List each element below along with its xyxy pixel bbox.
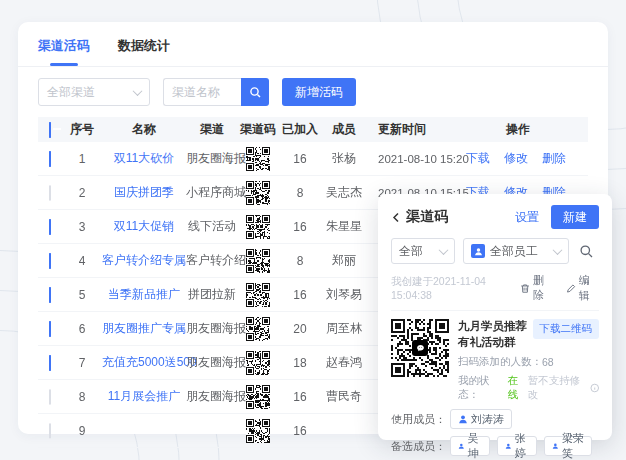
qr-code-thumbnail — [246, 385, 270, 409]
select-all-checkbox[interactable] — [49, 122, 51, 138]
backup-member-chip[interactable]: 吴坤 — [450, 436, 490, 456]
row-joined: 16 — [278, 152, 322, 166]
row-checkbox[interactable] — [49, 287, 51, 303]
row-channel: 客户转介绍 — [186, 252, 238, 269]
col-qr: 渠道码 — [238, 121, 278, 138]
row-member: 吴志杰 — [322, 184, 366, 201]
table-row: 1 双11大砍价 朋友圈海报 16 张杨 2021-08-10 15:20 下载… — [38, 142, 588, 176]
tab-data-statistics[interactable]: 数据统计 — [118, 37, 170, 66]
person-icon — [458, 414, 468, 424]
row-joined: 8 — [278, 186, 322, 200]
qr-code-thumbnail — [246, 351, 270, 375]
back-chevron-icon[interactable] — [391, 212, 401, 223]
row-name-link[interactable]: 朋友圈推广专属 — [102, 321, 186, 335]
row-checkbox[interactable] — [49, 219, 51, 235]
no-modify-note: 暂不支持修改 — [528, 374, 588, 402]
delete-button[interactable]: 删除 — [520, 273, 553, 303]
row-checkbox[interactable] — [49, 185, 51, 201]
col-channel: 渠道 — [186, 121, 238, 138]
row-name-link[interactable]: 国庆拼团季 — [114, 185, 174, 199]
tab-channel-live-code[interactable]: 渠道活码 — [38, 37, 90, 66]
chevron-down-icon — [553, 245, 563, 255]
row-joined: 16 — [278, 220, 322, 234]
trash-icon — [520, 283, 530, 294]
qr-info: 九月学员推荐有礼活动群 下载二维码 扫码添加的人数： 68 我的状态： 在线 暂… — [458, 319, 599, 402]
row-name-link[interactable]: 充值充5000送500 — [102, 355, 197, 369]
panel-all-select[interactable]: 全部 — [391, 238, 455, 264]
row-channel: 线下活动 — [186, 218, 238, 235]
row-joined: 18 — [278, 356, 322, 370]
row-index: 9 — [62, 424, 102, 438]
row-actions: 下载 修改 删除 — [466, 150, 588, 167]
person-icon — [458, 441, 465, 451]
row-name-link[interactable]: 客户转介绍专属 — [102, 253, 186, 267]
qr-code-thumbnail — [246, 419, 270, 443]
person-icon — [471, 244, 485, 258]
qr-title: 九月学员推荐有礼活动群 — [458, 319, 533, 350]
person-icon — [505, 441, 512, 451]
row-index: 7 — [62, 356, 102, 370]
row-channel: 拼团拉新 — [186, 286, 238, 303]
add-live-code-button[interactable]: 新增活码 — [282, 78, 356, 106]
row-index: 8 — [62, 390, 102, 404]
download-qr-button[interactable]: 下载二维码 — [533, 319, 600, 339]
panel-search-icon[interactable] — [579, 244, 594, 259]
info-icon — [590, 383, 599, 393]
channel-select[interactable]: 全部渠道 — [38, 78, 150, 106]
delete-link[interactable]: 删除 — [542, 150, 566, 167]
row-member: 曹民奇 — [322, 388, 366, 405]
created-text: 我创建于2021-11-04 15:04:38 — [391, 275, 520, 301]
row-channel: 朋友圈海报 — [186, 354, 238, 371]
row-name-link[interactable]: 当季新品推广 — [108, 287, 180, 301]
row-joined: 16 — [278, 424, 322, 438]
row-index: 6 — [62, 322, 102, 336]
qr-code-thumbnail — [246, 249, 270, 273]
search-button[interactable] — [241, 78, 269, 106]
backup-member-chip[interactable]: 张婷 — [497, 436, 537, 456]
qr-code-thumbnail — [246, 317, 270, 341]
row-joined: 16 — [278, 288, 322, 302]
row-updated: 2021-08-10 15:20 — [366, 153, 466, 165]
channel-code-panel: 渠道码 设置 新建 全部 全部员工 — [378, 194, 612, 440]
row-checkbox[interactable] — [49, 389, 51, 405]
row-index: 2 — [62, 186, 102, 200]
new-button[interactable]: 新建 — [551, 205, 599, 229]
col-index: 序号 — [62, 121, 102, 138]
row-name-link[interactable]: 11月展会推广 — [108, 389, 180, 403]
col-updated: 更新时间 — [366, 121, 466, 138]
tab-bar: 渠道活码 数据统计 — [18, 22, 608, 67]
backup-member-chip[interactable]: 梁荣笑 — [544, 436, 592, 456]
row-name-link[interactable]: 双11大砍价 — [114, 151, 174, 165]
panel-all-select-value: 全部 — [399, 243, 423, 260]
row-joined: 20 — [278, 322, 322, 336]
qr-detail-block: 九月学员推荐有礼活动群 下载二维码 扫码添加的人数： 68 我的状态： 在线 暂… — [391, 319, 599, 402]
row-checkbox[interactable] — [49, 253, 51, 269]
member-row: 使用成员： 刘涛涛 — [391, 409, 599, 429]
page: 渠道活码 数据统计 全部渠道 新增活码 序号 名称 渠道 渠道码 — [0, 0, 626, 460]
row-index: 3 — [62, 220, 102, 234]
row-joined: 8 — [278, 254, 322, 268]
member-chip[interactable]: 刘涛涛 — [450, 409, 512, 429]
panel-filter-bar: 全部 全部员工 — [391, 238, 599, 264]
edit-button[interactable]: 编辑 — [566, 273, 599, 303]
scan-count: 68 — [542, 356, 554, 368]
row-channel: 朋友圈海报 — [186, 320, 238, 337]
col-joined: 已加入 — [278, 121, 322, 138]
status-value: 在线 — [508, 374, 528, 402]
row-checkbox[interactable] — [49, 355, 51, 371]
search-input[interactable] — [163, 78, 241, 106]
row-name-link[interactable]: 双11大促销 — [114, 219, 174, 233]
staff-select[interactable]: 全部员工 — [463, 238, 569, 264]
pencil-icon — [566, 283, 576, 294]
qr-code-thumbnail — [246, 283, 270, 307]
status-row: 我的状态： 在线 暂不支持修改 — [458, 374, 599, 402]
backup-members-row: 备选成员： 吴坤张婷梁荣笑 — [391, 436, 599, 456]
row-checkbox[interactable] — [49, 321, 51, 337]
row-member: 赵春鸿 — [322, 354, 366, 371]
modify-link[interactable]: 修改 — [504, 150, 528, 167]
download-link[interactable]: 下载 — [466, 150, 490, 167]
row-checkbox[interactable] — [49, 423, 51, 439]
row-member: 刘琴易 — [322, 286, 366, 303]
row-checkbox[interactable] — [49, 151, 51, 167]
settings-link[interactable]: 设置 — [515, 209, 539, 226]
